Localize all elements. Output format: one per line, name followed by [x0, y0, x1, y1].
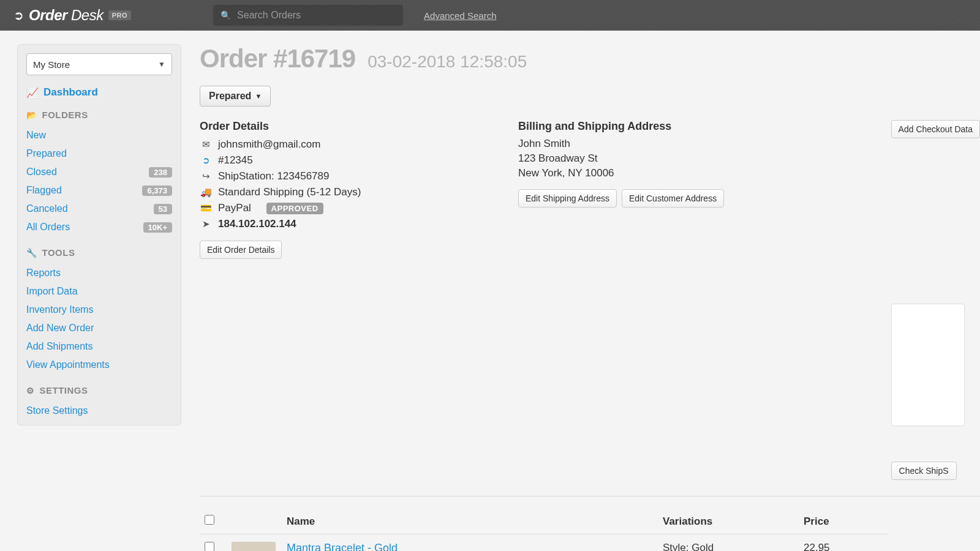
select-all-checkbox[interactable] — [205, 515, 214, 525]
share-icon: ↪ — [200, 171, 212, 182]
caret-down-icon: ▼ — [255, 92, 262, 100]
folder-open-icon: 📂 — [26, 110, 37, 120]
edit-order-details-button[interactable]: Edit Order Details — [200, 241, 282, 259]
billing-shipping: Billing and Shipping Address John Smith … — [518, 120, 775, 208]
add-checkout-data-button[interactable]: Add Checkout Data — [891, 120, 980, 138]
location-arrow-icon: ➤ — [200, 219, 212, 230]
item-row: Mantra Bracelet - Gold 987654321 ↓ Style… — [200, 534, 888, 551]
detail-internal-id: ➲#12345 — [200, 152, 481, 168]
address-name: John Smith — [518, 137, 775, 151]
check-shipstation-button[interactable]: Check ShipS — [891, 462, 957, 480]
sidebar-item-canceled[interactable]: Canceled53 — [26, 200, 172, 218]
detail-ip: ➤184.102.102.144 — [200, 216, 481, 232]
edit-shipping-address-button[interactable]: Edit Shipping Address — [518, 189, 617, 208]
status-label: Prepared — [209, 91, 251, 102]
sidebar-item-inventory-items[interactable]: Inventory Items — [26, 301, 172, 319]
envelope-icon: ✉ — [200, 139, 212, 150]
orderdesk-icon: ➲ — [200, 155, 212, 166]
sidebar-item-all-orders[interactable]: All Orders10K+ — [26, 218, 172, 236]
caret-down-icon: ▼ — [158, 60, 165, 69]
approved-badge: APPROVED — [266, 203, 323, 214]
sidebar-item-add-new-order[interactable]: Add New Order — [26, 319, 172, 337]
logo-swoosh-icon: ➲ — [13, 9, 24, 21]
detail-email: ✉johnsmith@gmail.com — [200, 137, 481, 152]
address-line2: New York, NY 10006 — [518, 166, 775, 181]
detail-payment: 💳PayPal APPROVED — [200, 200, 481, 216]
sidebar-item-flagged[interactable]: Flagged6,373 — [26, 181, 172, 200]
main: Order #16719 03-02-2018 12:58:05 Prepare… — [200, 44, 980, 551]
sidebar-item-new[interactable]: New — [26, 126, 172, 144]
item-name-link[interactable]: Mantra Bracelet - Gold — [287, 542, 398, 551]
settings-heading: ⚙ SETTINGS — [26, 385, 172, 395]
search-input[interactable] — [237, 10, 396, 21]
truck-icon: 🚚 — [200, 187, 212, 198]
right-col: Add Checkout Data Check ShipS — [891, 120, 980, 480]
item-price: 22.95 — [804, 542, 883, 551]
advanced-search-link[interactable]: Advanced Search — [424, 10, 496, 21]
divider — [200, 496, 980, 497]
wrench-icon: 🔧 — [26, 248, 37, 258]
logo: ➲ Order Desk PRO — [13, 7, 131, 24]
order-details: Order Details ✉johnsmith@gmail.com ➲#123… — [200, 120, 481, 259]
search-wrap[interactable]: 🔍 — [213, 5, 403, 26]
item-checkbox[interactable] — [205, 542, 214, 551]
sidebar-item-dashboard[interactable]: 📈 Dashboard — [26, 86, 172, 99]
right-panel-placeholder — [891, 304, 965, 426]
gear-icon: ⚙ — [26, 386, 35, 395]
edit-customer-address-button[interactable]: Edit Customer Address — [622, 189, 724, 208]
item-thumbnail[interactable] — [232, 542, 276, 551]
page-title: Order #16719 — [200, 44, 355, 73]
status-dropdown[interactable]: Prepared ▼ — [200, 86, 271, 107]
order-timestamp: 03-02-2018 12:58:05 — [368, 52, 527, 72]
sidebar-item-import-data[interactable]: Import Data — [26, 282, 172, 301]
billing-heading: Billing and Shipping Address — [518, 120, 775, 133]
search-icon: 🔍 — [221, 10, 231, 20]
sidebar-item-view-appointments[interactable]: View Appointments — [26, 356, 172, 374]
col-variations: Variations — [663, 515, 804, 528]
badge-flagged: 6,373 — [142, 186, 172, 196]
sidebar: My Store ▼ 📈 Dashboard 📂 FOLDERS New Pre… — [17, 44, 181, 425]
col-name: Name — [287, 515, 663, 528]
logo-text: Order Desk — [29, 7, 104, 24]
badge-all: 10K+ — [143, 222, 172, 233]
badge-canceled: 53 — [154, 204, 172, 214]
store-select-label: My Store — [33, 59, 70, 70]
dashboard-label: Dashboard — [43, 86, 98, 99]
order-title: Order #16719 03-02-2018 12:58:05 — [200, 44, 980, 73]
item-variation: Style: Gold — [663, 542, 804, 551]
folders-heading: 📂 FOLDERS — [26, 110, 172, 120]
store-select[interactable]: My Store ▼ — [26, 53, 172, 75]
sidebar-item-closed[interactable]: Closed238 — [26, 163, 172, 181]
credit-card-icon: 💳 — [200, 203, 212, 214]
topbar: ➲ Order Desk PRO 🔍 Advanced Search — [0, 0, 980, 31]
sidebar-item-reports[interactable]: Reports — [26, 264, 172, 282]
badge-closed: 238 — [149, 167, 172, 178]
sidebar-item-store-settings[interactable]: Store Settings — [26, 402, 172, 420]
items-table: Name Variations Price Mantra Bracelet - … — [200, 509, 888, 551]
chart-area-icon: 📈 — [26, 87, 39, 99]
pro-badge: PRO — [108, 10, 131, 20]
col-price: Price — [804, 515, 883, 528]
items-header-row: Name Variations Price — [200, 509, 888, 534]
sidebar-item-prepared[interactable]: Prepared — [26, 144, 172, 163]
detail-shipping: 🚚Standard Shipping (5-12 Days) — [200, 184, 481, 200]
address-line1: 123 Broadway St — [518, 151, 775, 166]
details-heading: Order Details — [200, 120, 481, 133]
detail-shipstation: ↪ShipStation: 123456789 — [200, 168, 481, 184]
sidebar-item-add-shipments[interactable]: Add Shipments — [26, 337, 172, 356]
tools-heading: 🔧 TOOLS — [26, 247, 172, 258]
